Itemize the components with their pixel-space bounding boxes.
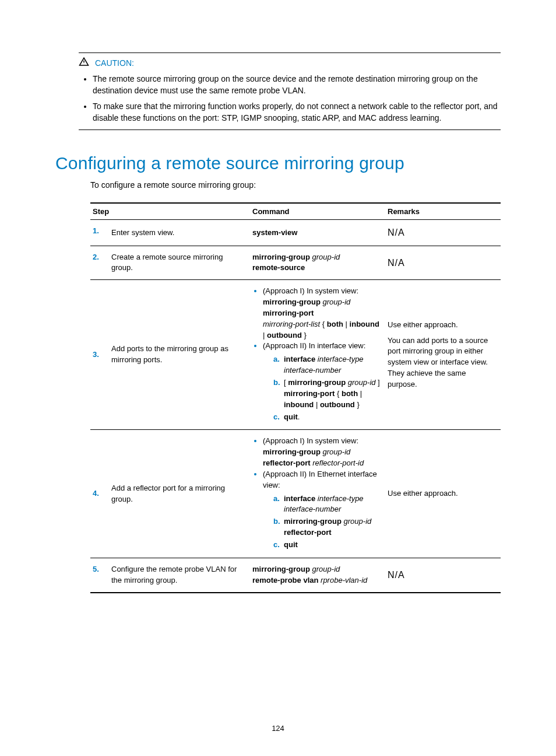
intro-text: To configure a remote source mirroring g… [90,180,501,190]
step-command: (Approach I) In system view: mirroring-g… [250,280,385,430]
step-desc: Create a remote source mirroring group. [109,246,250,280]
step-remarks: N/A [385,220,501,246]
step-command: mirroring-group group-id remote-probe vl… [250,558,385,592]
table-row: 3. Add ports to the mirroring group as m… [90,280,501,430]
step-desc: Add ports to the mirroring group as mirr… [109,280,250,430]
step-desc: Add a reflector port for a mirroring gro… [109,430,250,558]
steps-table: Step Command Remarks 1. Enter system vie… [90,202,501,593]
section-title: Configuring a remote source mirroring gr… [55,153,501,173]
approach-item: (Approach I) In system view: mirroring-g… [263,436,381,469]
col-step: Step [90,203,250,220]
substep: c.quit [273,540,381,551]
table-row: 1. Enter system view. system-view N/A [90,220,501,246]
substep: c.quit. [273,412,381,423]
substep: a.interface interface-type interface-num… [273,354,381,376]
step-number: 1. [90,220,109,246]
step-desc: Configure the remote probe VLAN for the … [109,558,250,592]
approach-item: (Approach I) In system view: mirroring-g… [263,286,381,341]
page-number: 124 [0,724,556,733]
step-desc: Enter system view. [109,220,250,246]
col-command: Command [250,203,385,220]
table-row: 2. Create a remote source mirroring grou… [90,246,501,280]
step-remarks: Use either approach. [385,430,501,558]
substep: b.[ mirroring-group group-id ] mirroring… [273,377,381,411]
step-command: mirroring-group group-id remote-source [250,246,385,280]
step-number: 5. [90,558,109,592]
approach-item: (Approach II) In Ethernet interface view… [263,469,381,551]
caution-item: The remote source mirroring group on the… [93,71,501,99]
step-number: 3. [90,280,109,430]
step-remarks: Use either approach. You can add ports t… [385,280,501,430]
step-command: (Approach I) In system view: mirroring-g… [250,430,385,558]
caution-header: CAUTION: [79,57,501,69]
substep: b.mirroring-group group-id reflector-por… [273,516,381,538]
step-number: 4. [90,430,109,558]
step-number: 2. [90,246,109,280]
caution-box: CAUTION: The remote source mirroring gro… [79,52,501,130]
caution-label: CAUTION: [95,58,134,68]
step-remarks: N/A [385,246,501,280]
table-row: 5. Configure the remote probe VLAN for t… [90,558,501,592]
approach-item: (Approach II) In interface view: a.inter… [263,341,381,422]
caution-item: To make sure that the mirroring function… [93,99,501,126]
step-command: system-view [250,220,385,246]
caution-list: The remote source mirroring group on the… [79,71,501,126]
substep: a.interface interface-type interface-num… [273,494,381,516]
caution-icon [79,57,89,69]
table-row: 4. Add a reflector port for a mirroring … [90,430,501,558]
step-remarks: N/A [385,558,501,592]
col-remarks: Remarks [385,203,501,220]
